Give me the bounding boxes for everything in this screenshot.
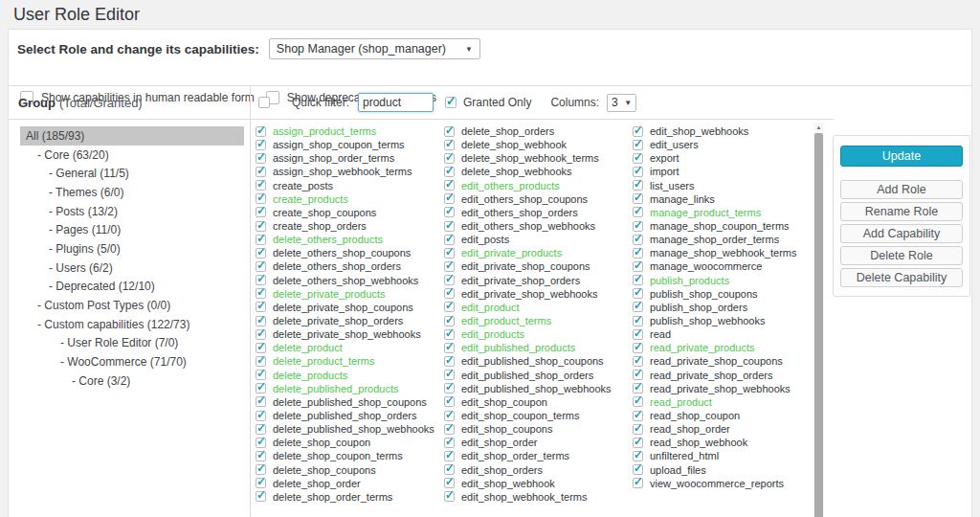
capability-checkbox[interactable]: [444, 126, 455, 137]
capability-checkbox[interactable]: [633, 261, 643, 272]
capability-checkbox[interactable]: [633, 302, 643, 312]
capability-checkbox[interactable]: [444, 424, 455, 435]
capability-group-item[interactable]: - WooCommerce (71/70): [20, 352, 244, 371]
capability-checkbox[interactable]: [256, 464, 266, 475]
capability-checkbox[interactable]: [633, 248, 643, 258]
capability-checkbox[interactable]: [256, 275, 266, 285]
capability-checkbox[interactable]: [256, 167, 266, 177]
capability-group-item[interactable]: - User Role Editor (7/0): [20, 334, 244, 353]
capability-group-item[interactable]: - Themes (6/0): [20, 183, 244, 202]
role-action-button[interactable]: Add Capability: [840, 224, 963, 243]
capability-checkbox[interactable]: [256, 478, 266, 488]
capability-checkbox[interactable]: [256, 356, 266, 367]
role-action-button[interactable]: Delete Role: [840, 246, 963, 265]
capability-checkbox[interactable]: [444, 438, 455, 448]
scroll-up-icon[interactable]: ▲: [813, 123, 824, 132]
capability-checkbox[interactable]: [444, 153, 455, 164]
capability-checkbox[interactable]: [256, 343, 266, 353]
capability-checkbox[interactable]: [633, 153, 643, 164]
capability-checkbox[interactable]: [444, 288, 455, 299]
capability-checkbox[interactable]: [444, 193, 455, 204]
capability-checkbox[interactable]: [444, 343, 455, 353]
capability-checkbox[interactable]: [633, 424, 643, 435]
capability-checkbox[interactable]: [256, 248, 266, 258]
capability-checkbox[interactable]: [256, 411, 266, 421]
capability-checkbox[interactable]: [256, 491, 266, 502]
capability-checkbox[interactable]: [633, 193, 643, 204]
capability-checkbox[interactable]: [633, 464, 643, 475]
capability-checkbox[interactable]: [633, 275, 643, 285]
capability-checkbox[interactable]: [256, 396, 266, 407]
capability-checkbox[interactable]: [633, 343, 643, 353]
capability-group-item[interactable]: All (185/93): [20, 126, 244, 146]
role-select[interactable]: Shop Manager (shop_manager) ▼: [269, 38, 480, 59]
capability-checkbox[interactable]: [444, 464, 455, 475]
capability-checkbox[interactable]: [256, 221, 266, 232]
role-action-button[interactable]: Rename Role: [840, 202, 963, 221]
capability-checkbox[interactable]: [633, 140, 643, 150]
capability-checkbox[interactable]: [633, 288, 643, 299]
quick-filter-input[interactable]: [358, 93, 434, 112]
capability-checkbox[interactable]: [444, 329, 455, 340]
capability-checkbox[interactable]: [444, 356, 455, 367]
capability-checkbox[interactable]: [256, 329, 266, 340]
capability-checkbox[interactable]: [633, 235, 643, 245]
capability-checkbox[interactable]: [633, 383, 643, 393]
capability-checkbox[interactable]: [256, 207, 266, 217]
capability-group-item[interactable]: - Deprecated (12/10): [20, 278, 244, 297]
capability-checkbox[interactable]: [256, 180, 266, 191]
capability-checkbox[interactable]: [444, 221, 455, 232]
capability-checkbox[interactable]: [444, 167, 455, 177]
capability-checkbox[interactable]: [256, 261, 266, 272]
capability-checkbox[interactable]: [633, 126, 643, 137]
capability-checkbox[interactable]: [444, 207, 455, 217]
capability-checkbox[interactable]: [256, 302, 266, 312]
select-all-checkbox[interactable]: [258, 97, 270, 108]
capability-checkbox[interactable]: [256, 451, 266, 461]
capability-checkbox[interactable]: [256, 235, 266, 245]
capability-checkbox[interactable]: [444, 478, 455, 488]
capability-checkbox[interactable]: [256, 438, 266, 448]
capability-checkbox[interactable]: [633, 316, 643, 326]
capability-checkbox[interactable]: [633, 221, 643, 232]
capability-checkbox[interactable]: [633, 370, 643, 380]
capability-checkbox[interactable]: [633, 207, 643, 217]
capability-checkbox[interactable]: [444, 235, 455, 245]
capability-checkbox[interactable]: [444, 396, 455, 407]
capability-checkbox[interactable]: [256, 140, 266, 150]
capability-checkbox[interactable]: [256, 424, 266, 435]
capability-group-item[interactable]: - Core (63/20): [20, 146, 244, 165]
scrollbar-thumb[interactable]: [814, 133, 823, 517]
capability-checkbox[interactable]: [633, 329, 643, 340]
capability-checkbox[interactable]: [256, 193, 266, 204]
capability-checkbox[interactable]: [444, 261, 455, 272]
granted-only-checkbox[interactable]: [445, 97, 457, 108]
update-button[interactable]: Update: [840, 146, 963, 167]
capability-group-item[interactable]: - Posts (13/2): [20, 202, 244, 221]
capability-checkbox[interactable]: [444, 275, 455, 285]
role-action-button[interactable]: Delete Capability: [840, 268, 963, 287]
capability-checkbox[interactable]: [256, 153, 266, 164]
capability-checkbox[interactable]: [444, 411, 455, 421]
role-action-button[interactable]: Add Role: [840, 180, 963, 199]
capability-checkbox[interactable]: [256, 316, 266, 326]
capability-checkbox[interactable]: [633, 451, 643, 461]
capability-group-item[interactable]: - Custom capabilities (122/73): [20, 315, 244, 334]
capability-group-item[interactable]: - Core (3/2): [20, 371, 244, 391]
capability-checkbox[interactable]: [633, 411, 643, 421]
capability-checkbox[interactable]: [633, 478, 643, 488]
capability-checkbox[interactable]: [444, 370, 455, 380]
capability-checkbox[interactable]: [256, 126, 266, 137]
capability-checkbox[interactable]: [444, 383, 455, 393]
capability-group-item[interactable]: - Pages (11/0): [20, 220, 244, 239]
capability-checkbox[interactable]: [256, 370, 266, 380]
capability-checkbox[interactable]: [633, 180, 643, 191]
capability-checkbox[interactable]: [633, 167, 643, 177]
capability-checkbox[interactable]: [444, 180, 455, 191]
capability-checkbox[interactable]: [444, 451, 455, 461]
capability-group-item[interactable]: - Users (6/2): [20, 258, 244, 278]
capability-checkbox[interactable]: [444, 316, 455, 326]
capability-group-item[interactable]: - Custom Post Types (0/0): [20, 296, 244, 315]
capability-checkbox[interactable]: [256, 288, 266, 299]
capability-checkbox[interactable]: [444, 140, 455, 150]
